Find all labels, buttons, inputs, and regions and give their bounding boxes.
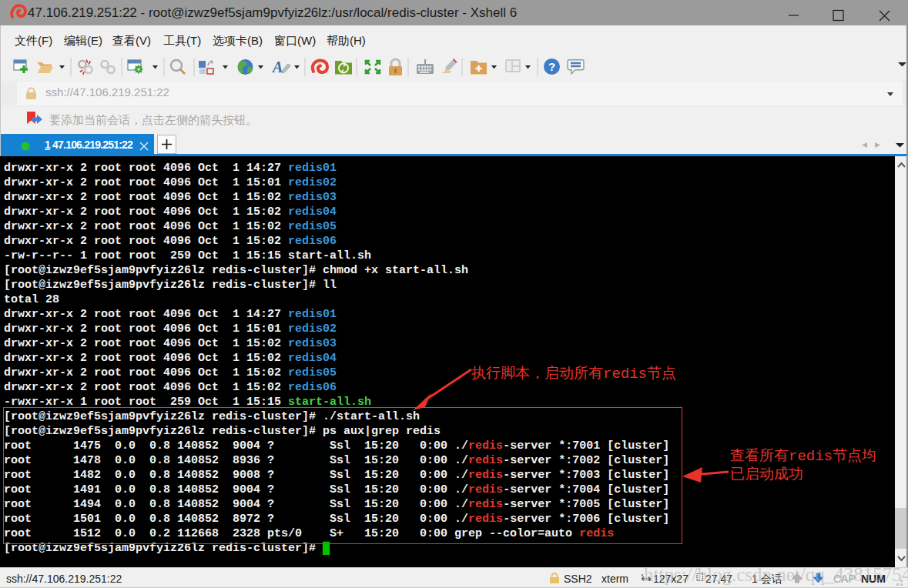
svg-text:?: ? [548, 60, 555, 73]
svg-text:A: A [271, 58, 283, 75]
